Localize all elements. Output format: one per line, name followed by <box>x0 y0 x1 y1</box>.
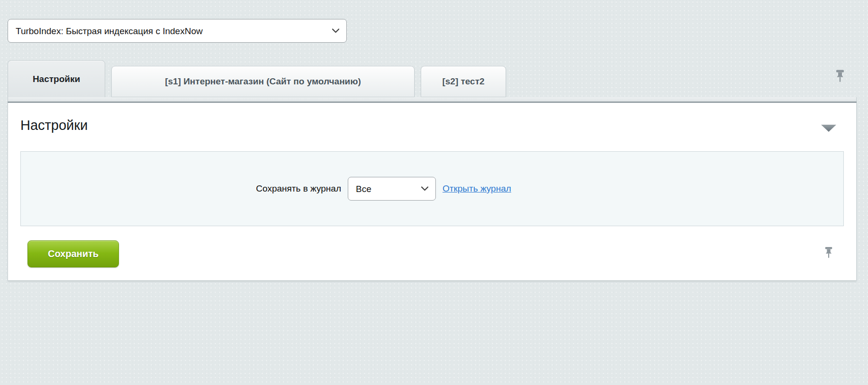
open-journal-link[interactable]: Открыть журнал <box>443 183 511 194</box>
section-title: Настройки <box>20 117 844 133</box>
pin-icon[interactable] <box>824 247 833 261</box>
tab-settings[interactable]: Настройки <box>8 60 105 97</box>
collapse-arrow-icon[interactable] <box>821 125 836 132</box>
actions-row: Сохранить <box>27 240 837 267</box>
panel-top-strip <box>8 97 857 101</box>
save-button[interactable]: Сохранить <box>27 240 119 267</box>
pin-icon[interactable] <box>835 70 845 86</box>
settings-fields-box: Сохранять в журнал Все Открыть журнал <box>20 151 844 226</box>
tab-site-s1-label: [s1] Интернет-магазин (Сайт по умолчанию… <box>165 76 361 87</box>
journal-field-row: Сохранять в журнал Все Открыть журнал <box>21 177 843 201</box>
tab-bar: Настройки [s1] Интернет-магазин (Сайт по… <box>8 60 857 97</box>
settings-panel: Настройки Сохранять в журнал <box>8 103 857 281</box>
module-select[interactable]: TurboIndex: Быстрая индексация с IndexNo… <box>8 19 347 43</box>
tab-site-s1[interactable]: [s1] Интернет-магазин (Сайт по умолчанию… <box>111 66 415 97</box>
section-header: Настройки <box>8 103 856 133</box>
tab-site-s2[interactable]: [s2] тест2 <box>421 66 506 97</box>
tab-settings-label: Настройки <box>33 74 80 84</box>
admin-settings-page: TurboIndex: Быстрая индексация с IndexNo… <box>0 0 868 385</box>
journal-field-label: Сохранять в журнал <box>21 183 341 194</box>
module-select-wrap: TurboIndex: Быстрая индексация с IndexNo… <box>8 19 347 43</box>
journal-select-wrap: Все <box>348 177 436 201</box>
journal-select[interactable]: Все <box>348 177 436 201</box>
tab-site-s2-label: [s2] тест2 <box>442 76 484 87</box>
